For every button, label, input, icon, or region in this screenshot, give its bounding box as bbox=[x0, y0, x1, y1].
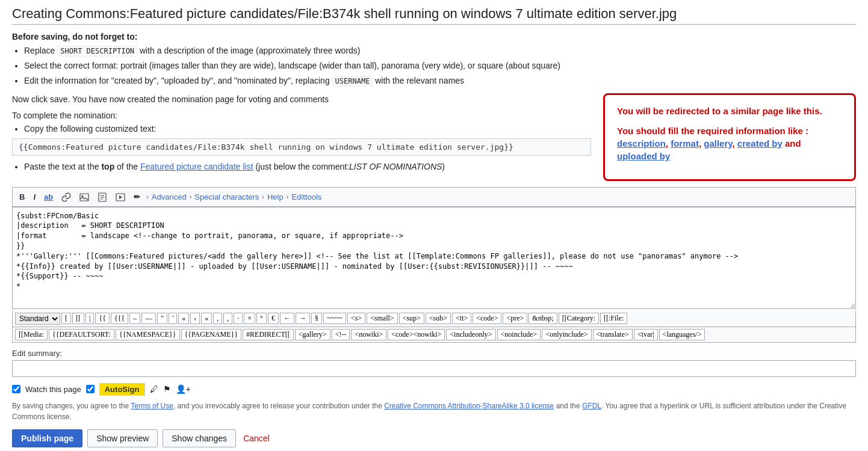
char-btn-languages[interactable]: <languages/> bbox=[659, 329, 705, 340]
char-btn-comma2[interactable]: , bbox=[223, 313, 232, 324]
link-uploaded-by[interactable]: uploaded by bbox=[617, 151, 670, 161]
char-btn-pagename[interactable]: {{PAGENAME}} bbox=[181, 329, 242, 340]
help-link[interactable]: Help bbox=[267, 192, 284, 201]
click-save-text: Now click save. You have now created the… bbox=[12, 93, 591, 106]
link-description[interactable]: description bbox=[617, 138, 666, 149]
char-btn-bracket1[interactable]: [ bbox=[61, 313, 71, 324]
edittools-link[interactable]: Edittools bbox=[291, 192, 321, 201]
char-btn-ldquo[interactable]: " bbox=[157, 313, 167, 324]
featured-picture-link[interactable]: Featured picture candidate list bbox=[140, 162, 253, 171]
chevron-icon2: › bbox=[190, 193, 192, 200]
char-btn-pre[interactable]: <pre> bbox=[503, 313, 527, 324]
char-btn-sub[interactable]: <sub> bbox=[426, 313, 451, 324]
show-changes-button[interactable]: Show changes bbox=[163, 429, 236, 447]
watch-row: Watch this page AutoSign 🖊 ⚑ 👤+ bbox=[12, 383, 856, 396]
char-btn-sup[interactable]: <sup> bbox=[399, 313, 424, 324]
redirect-info-box: You will be redirected to a similar page… bbox=[603, 93, 856, 181]
link-gallery[interactable]: gallery bbox=[704, 138, 732, 149]
paste-italic: LIST OF NOMINATIONS bbox=[349, 162, 442, 171]
terms-link[interactable]: Terms of Use bbox=[131, 402, 173, 410]
link-created-by[interactable]: created by bbox=[737, 138, 783, 149]
flag-icon: ⚑ bbox=[163, 384, 171, 394]
char-btn-deg[interactable]: ° bbox=[256, 313, 267, 324]
char-btn-dbl-brace[interactable]: {{ bbox=[95, 313, 110, 324]
char-btn-media[interactable]: [[Media: bbox=[15, 329, 48, 340]
editor-textarea[interactable]: {subst:FPCnom/Basic |description = SHORT… bbox=[12, 207, 856, 309]
char-btn-namespace[interactable]: {{NAMESPACE}} bbox=[116, 329, 180, 340]
file-button[interactable] bbox=[95, 190, 110, 204]
link-button[interactable]: ab bbox=[41, 191, 56, 203]
char-btn-tvar[interactable]: <tvar| bbox=[634, 329, 658, 340]
edit-summary-section: Edit summary: bbox=[12, 349, 856, 377]
publish-page-button[interactable]: Publish page bbox=[12, 429, 82, 447]
chevron-icon: › bbox=[146, 193, 149, 200]
media-icon bbox=[116, 192, 125, 202]
paste-list-item: Paste the text at the top of the Feature… bbox=[24, 162, 591, 171]
char-btn-s[interactable]: <s> bbox=[347, 313, 365, 324]
char-btn-rarr[interactable]: → bbox=[296, 313, 310, 324]
char-btn-onlyinclude[interactable]: <onlyinclude> bbox=[542, 329, 591, 340]
link-format[interactable]: format bbox=[671, 138, 699, 149]
char-btn-larr[interactable]: ← bbox=[280, 313, 294, 324]
cancel-button[interactable]: Cancel bbox=[241, 430, 272, 447]
person-add-icon: 👤+ bbox=[176, 384, 191, 394]
char-btn-gallery[interactable]: <gallery> bbox=[295, 329, 330, 340]
char-btn-defaultsort[interactable]: {{DEFAULTSORT: bbox=[49, 329, 114, 340]
char-select[interactable]: Standard bbox=[15, 313, 60, 325]
template-box: {{Commons:Featured picture candidates/Fi… bbox=[12, 138, 591, 156]
char-btn-mdash[interactable]: — bbox=[141, 313, 156, 324]
edit-summary-input[interactable] bbox=[12, 360, 856, 377]
list-item: Select the correct format: portrait (ima… bbox=[24, 60, 856, 72]
char-btn-nbsp[interactable]: &nbsp; bbox=[529, 313, 557, 324]
char-btn-code[interactable]: <code> bbox=[473, 313, 501, 324]
char-btn-triple-brace[interactable]: {{{ bbox=[111, 313, 128, 324]
char-btn-small[interactable]: <small> bbox=[367, 313, 398, 324]
char-btn-category[interactable]: [[Category: bbox=[559, 313, 599, 324]
char-btn-times[interactable]: × bbox=[244, 313, 255, 324]
char-btn-sig[interactable]: ~~~~ bbox=[323, 313, 346, 324]
char-btn-laquo[interactable]: « bbox=[178, 313, 189, 324]
char-btn-noinclude[interactable]: <noinclude> bbox=[497, 329, 541, 340]
bold-button[interactable]: B bbox=[16, 191, 28, 203]
char-btn-nowiki[interactable]: <nowiki> bbox=[351, 329, 386, 340]
char-btn-lsaquo[interactable]: ‹ bbox=[190, 313, 200, 324]
char-btn-redirect[interactable]: #REDIRECT[[ bbox=[243, 329, 294, 340]
autosign-checkbox[interactable] bbox=[86, 385, 95, 393]
image-button[interactable] bbox=[76, 190, 92, 204]
char-btn-comma1[interactable]: , bbox=[213, 313, 222, 324]
char-btn-euro[interactable]: € bbox=[268, 313, 279, 324]
gfdl-link[interactable]: GFDL bbox=[582, 402, 601, 410]
char-btn-tt[interactable]: <tt> bbox=[452, 313, 471, 324]
complete-list: Copy the following customized text: bbox=[12, 124, 591, 133]
editor-toolbar: B I ab ✏ › Advanced › Special characters… bbox=[12, 187, 856, 207]
char-btn-rsquo[interactable]: ' bbox=[169, 313, 177, 324]
paste-bold: top bbox=[101, 162, 114, 171]
char-btn-sect[interactable]: § bbox=[311, 313, 322, 324]
chevron-icon4: › bbox=[287, 193, 289, 200]
edit-summary-label: Edit summary: bbox=[12, 349, 856, 358]
char-btn-ndash[interactable]: – bbox=[129, 313, 140, 324]
char-toolbar-row2: [[Media: {{DEFAULTSORT: {{NAMESPACE}} {{… bbox=[12, 327, 856, 343]
char-btn-raquo[interactable]: « bbox=[201, 313, 212, 324]
advanced-link[interactable]: Advanced bbox=[152, 192, 187, 201]
char-btn-comment[interactable]: <!-- bbox=[332, 329, 350, 340]
show-preview-button[interactable]: Show preview bbox=[87, 429, 158, 447]
char-btn-translate[interactable]: <translate> bbox=[593, 329, 633, 340]
watch-checkbox[interactable] bbox=[12, 385, 20, 393]
redirect-line2: You should fill the required information… bbox=[617, 124, 842, 162]
char-btn-pipe[interactable]: | bbox=[85, 313, 94, 324]
char-btn-code-nowiki[interactable]: <code><nowiki> bbox=[388, 329, 445, 340]
media-button[interactable] bbox=[113, 190, 128, 204]
special-chars-link[interactable]: Special characters bbox=[194, 192, 259, 201]
char-btn-includeonly[interactable]: <includeonly> bbox=[446, 329, 495, 340]
char-btn-bracket2[interactable]: [[ bbox=[72, 313, 84, 324]
italic-button[interactable]: I bbox=[30, 191, 39, 203]
char-btn-file[interactable]: [[:File: bbox=[600, 313, 627, 324]
cc-license-link[interactable]: Creative Commons Attribution-ShareAlike … bbox=[384, 402, 554, 410]
pencil-button[interactable]: ✏ bbox=[131, 191, 143, 203]
char-btn-dot[interactable]: · bbox=[234, 313, 243, 324]
image-icon bbox=[79, 192, 89, 202]
wikilink-button[interactable] bbox=[58, 190, 74, 204]
list-item: Edit the information for "created by", "… bbox=[24, 75, 856, 87]
autosign-button[interactable]: AutoSign bbox=[99, 383, 145, 396]
